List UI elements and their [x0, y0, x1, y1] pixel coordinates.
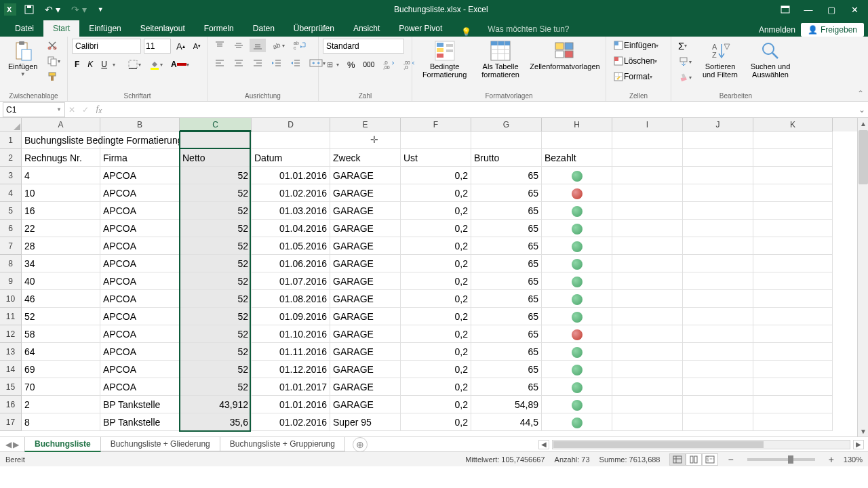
close-button[interactable]: ✕: [845, 2, 864, 17]
cell[interactable]: APCOA: [100, 378, 180, 396]
cell[interactable]: 0,2: [401, 361, 471, 378]
row-header-17[interactable]: 17: [0, 413, 22, 431]
cell[interactable]: 65: [471, 378, 542, 396]
cell[interactable]: [612, 149, 683, 167]
row-header-9[interactable]: 9: [0, 272, 22, 290]
cell[interactable]: 0,2: [401, 308, 471, 325]
cell[interactable]: [612, 167, 683, 184]
cell[interactable]: 65: [471, 220, 542, 237]
cell[interactable]: 65: [471, 343, 542, 361]
cell[interactable]: 0,2: [401, 413, 471, 431]
cell[interactable]: 0,2: [401, 202, 471, 220]
accounting-format-button[interactable]: ⊞▾: [323, 58, 342, 71]
cell[interactable]: APCOA: [100, 167, 180, 184]
cell[interactable]: 01.01.2017: [252, 378, 330, 396]
align-right-button[interactable]: [250, 56, 266, 70]
cell[interactable]: 52: [180, 237, 252, 255]
cell[interactable]: 01.08.2016: [252, 290, 330, 308]
name-box[interactable]: C1 ▼: [3, 102, 65, 117]
cell[interactable]: 01.09.2016: [252, 308, 330, 325]
cell[interactable]: 0,2: [401, 237, 471, 255]
delete-cells-button[interactable]: Löschen ▾: [610, 54, 667, 68]
scroll-down-button[interactable]: ▼: [858, 426, 868, 436]
cell[interactable]: 01.01.2016: [252, 167, 330, 184]
cell[interactable]: Super 95: [330, 413, 401, 431]
sheet-nav-next[interactable]: ▶: [13, 440, 19, 449]
sort-filter-button[interactable]: AZ Sortieren und Filtern: [696, 39, 745, 84]
cell[interactable]: [753, 361, 833, 378]
cell[interactable]: 44,5: [471, 413, 542, 431]
cell[interactable]: [401, 131, 471, 149]
cell[interactable]: [753, 255, 833, 272]
column-header-K[interactable]: K: [753, 118, 833, 131]
format-painter-button[interactable]: [44, 70, 63, 83]
cell[interactable]: [100, 131, 180, 149]
row-header-10[interactable]: 10: [0, 290, 22, 308]
column-header-G[interactable]: G: [471, 118, 542, 131]
sheet-nav-prev[interactable]: ◀: [5, 440, 12, 449]
cell[interactable]: 46: [22, 290, 100, 308]
worksheet-grid[interactable]: ABCDEFGHIJK 1Buchungsliste Bedingte Form…: [0, 118, 868, 436]
cell[interactable]: GARAGE: [330, 378, 401, 396]
cell-styles-button[interactable]: Zellenformatvorlagen: [528, 39, 601, 72]
cell[interactable]: 52: [180, 220, 252, 237]
align-center-button[interactable]: [231, 56, 247, 70]
italic-button[interactable]: K: [85, 58, 96, 70]
align-bottom-button[interactable]: [250, 39, 266, 52]
cell[interactable]: [542, 361, 612, 378]
row-header-6[interactable]: 6: [0, 220, 22, 237]
cell[interactable]: [683, 220, 753, 237]
column-header-I[interactable]: I: [612, 118, 683, 131]
cell[interactable]: [612, 184, 683, 202]
cell[interactable]: 01.07.2016: [252, 272, 330, 290]
row-header-2[interactable]: 2: [0, 149, 22, 167]
fill-color-button[interactable]: ▾: [146, 58, 165, 71]
column-header-B[interactable]: B: [100, 118, 180, 131]
cell[interactable]: Bezahlt: [542, 149, 612, 167]
cell[interactable]: [612, 396, 683, 413]
cell[interactable]: 52: [180, 361, 252, 378]
cell[interactable]: [612, 220, 683, 237]
cell[interactable]: GARAGE: [330, 308, 401, 325]
align-middle-button[interactable]: [231, 39, 247, 52]
cell[interactable]: GARAGE: [330, 220, 401, 237]
ribbon-tab-power pivot[interactable]: Power Pivot: [389, 20, 452, 37]
cell[interactable]: [683, 325, 753, 343]
cell[interactable]: [612, 361, 683, 378]
increase-indent-button[interactable]: [288, 56, 304, 70]
cell[interactable]: Buchungsliste Bedingte Formatierung: [22, 131, 100, 149]
formula-input[interactable]: [106, 102, 856, 117]
cell[interactable]: [683, 184, 753, 202]
cell[interactable]: [683, 237, 753, 255]
cell[interactable]: 8: [22, 413, 100, 431]
ribbon-tab-seitenlayout[interactable]: Seitenlayout: [131, 20, 195, 37]
cell[interactable]: [542, 343, 612, 361]
paste-button[interactable]: Einfügen ▼: [4, 39, 41, 83]
ribbon-tab-start[interactable]: Start: [43, 20, 79, 37]
cell[interactable]: [542, 131, 612, 149]
cell[interactable]: [753, 149, 833, 167]
cell[interactable]: [753, 202, 833, 220]
cell[interactable]: [542, 378, 612, 396]
cell[interactable]: [683, 149, 753, 167]
cell[interactable]: APCOA: [100, 290, 180, 308]
column-header-F[interactable]: F: [401, 118, 471, 131]
signin-link[interactable]: Anmelden: [759, 25, 795, 35]
cell[interactable]: 65: [471, 361, 542, 378]
qat-save-button[interactable]: [22, 3, 37, 16]
cell[interactable]: [683, 413, 753, 431]
cell[interactable]: [753, 378, 833, 396]
row-header-11[interactable]: 11: [0, 308, 22, 325]
cell[interactable]: [683, 202, 753, 220]
cell[interactable]: [753, 343, 833, 361]
autosum-button[interactable]: Σ ▾: [675, 39, 694, 53]
cell[interactable]: 01.02.2016: [252, 184, 330, 202]
cancel-formula-button[interactable]: ✕: [65, 105, 79, 115]
cell[interactable]: [753, 290, 833, 308]
cell[interactable]: [753, 184, 833, 202]
cell[interactable]: 01.10.2016: [252, 325, 330, 343]
new-sheet-button[interactable]: ⊕: [353, 437, 368, 452]
cell[interactable]: 52: [180, 290, 252, 308]
zoom-out-button[interactable]: −: [728, 454, 733, 465]
page-break-view-button[interactable]: [702, 453, 718, 466]
